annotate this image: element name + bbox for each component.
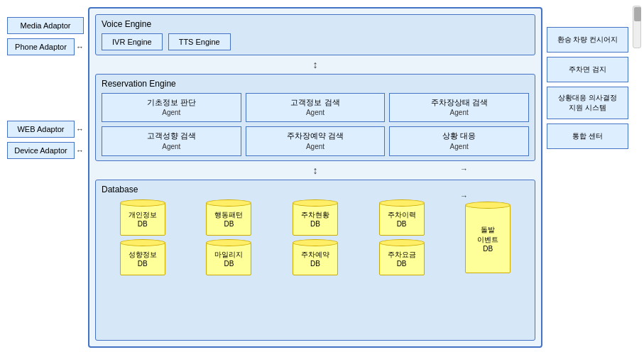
device-arrow-icon: ↔ xyxy=(76,146,84,155)
web-arrow-icon: ↔ xyxy=(76,125,84,133)
db-item-7: 주차요금 DB xyxy=(379,243,425,275)
web-adaptor-row: WEB Adaptor ↔ xyxy=(7,121,84,138)
agent-box-1: 고객정보 검색 Agent xyxy=(246,93,386,122)
db-item-0: 개인정보 DB xyxy=(120,203,165,236)
voice-engine-section: Voice Engine IVR Engine TTS Engine xyxy=(95,14,535,55)
agent-0-label: Agent xyxy=(105,108,238,118)
media-adaptor-label: Media Adaptor xyxy=(21,21,71,30)
right-box-2: 상황대응 의사결정지원 시스템 xyxy=(547,87,628,119)
db-grid: 개인정보 DB 행동패턴 DB 주차현황 DB 주차이력 DB xyxy=(102,200,529,275)
reservation-to-right-arrow-top: → xyxy=(460,165,468,173)
device-adaptor-label: Device Adaptor xyxy=(14,146,67,155)
reservation-to-right-arrow-bottom: → xyxy=(460,192,468,200)
agent-4-label: Agent xyxy=(249,142,382,152)
agent-5-label: Agent xyxy=(393,142,525,152)
device-adaptor-box: Device Adaptor xyxy=(7,142,75,159)
right-column: 환승 차량 컨시어지 주차면 검지 상황대응 의사결정지원 시스템 통합 센터 xyxy=(547,7,628,348)
media-adaptor-box: Media Adaptor xyxy=(7,17,84,34)
db-item-5: 마일리지 DB xyxy=(206,243,251,275)
agent-box-5: 상황 대응 Agent xyxy=(389,126,529,155)
right-box-3: 통합 센터 xyxy=(547,123,628,149)
phone-arrow-icon: ↔ xyxy=(76,43,84,51)
reservation-to-db-arrow: ↕ xyxy=(95,165,535,175)
agent-3-label: Agent xyxy=(105,142,238,152)
db-item-1: 행동패턴 DB xyxy=(206,203,251,236)
agent-box-3: 고객성향 검색 Agent xyxy=(102,126,241,155)
phone-adaptor-label: Phone Adaptor xyxy=(15,43,67,51)
agent-1-name: 고객정보 검색 xyxy=(249,97,382,108)
ivr-engine-label: IVR Engine xyxy=(112,38,152,46)
reservation-engine-title: Reservation Engine xyxy=(102,79,529,89)
agent-3-name: 고객성향 검색 xyxy=(105,131,238,141)
agent-box-0: 기초정보 판단 Agent xyxy=(102,93,241,122)
agent-4-name: 주차장예약 검색 xyxy=(249,131,382,141)
center-container: Voice Engine IVR Engine TTS Engine ↕ Res… xyxy=(88,7,542,348)
web-adaptor-label: WEB Adaptor xyxy=(17,125,64,133)
scrollbar[interactable] xyxy=(633,6,641,48)
right-box-1: 주차면 검지 xyxy=(547,57,628,82)
reservation-engine-section: Reservation Engine 기초정보 판단 Agent 고객정보 검색… xyxy=(95,74,535,161)
db-item-6: 주차예약 DB xyxy=(293,243,338,275)
agent-1-label: Agent xyxy=(249,108,382,118)
agent-box-4: 주차장예약 검색 Agent xyxy=(246,126,386,155)
web-adaptor-box: WEB Adaptor xyxy=(7,121,75,138)
agent-box-2: 주차장상태 검색 Agent xyxy=(389,93,529,122)
left-adaptors: Media Adaptor Phone Adaptor ↔ WEB Adapto… xyxy=(7,7,84,348)
database-section: Database 개인정보 DB 행동패턴 DB 주차현황 DB xyxy=(95,180,535,341)
tts-engine-box: TTS Engine xyxy=(168,33,231,50)
db-item-4: 성향정보 DB xyxy=(120,243,165,275)
agent-2-label: Agent xyxy=(393,108,525,118)
ivr-engine-box: IVR Engine xyxy=(102,33,163,50)
db-item-tall: 돌발 이벤트 DB xyxy=(465,205,511,273)
voice-engine-title: Voice Engine xyxy=(102,19,529,29)
voice-to-reservation-arrow: ↕ xyxy=(95,60,535,70)
agent-grid: 기초정보 판단 Agent 고객정보 검색 Agent 주차장상태 검색 Age… xyxy=(102,93,529,156)
db-item-2: 주차현황 DB xyxy=(293,203,338,236)
agent-0-name: 기초정보 판단 xyxy=(105,97,238,108)
phone-adaptor-row: Phone Adaptor ↔ xyxy=(7,38,84,55)
agent-5-name: 상황 대응 xyxy=(393,131,525,141)
device-adaptor-row: Device Adaptor ↔ xyxy=(7,142,84,159)
right-box-0: 환승 차량 컨시어지 xyxy=(547,27,628,53)
agent-2-name: 주차장상태 검색 xyxy=(393,97,525,108)
db-item-3: 주차이력 DB xyxy=(379,203,425,236)
tts-engine-label: TTS Engine xyxy=(179,38,220,46)
phone-adaptor-box: Phone Adaptor xyxy=(7,38,75,55)
